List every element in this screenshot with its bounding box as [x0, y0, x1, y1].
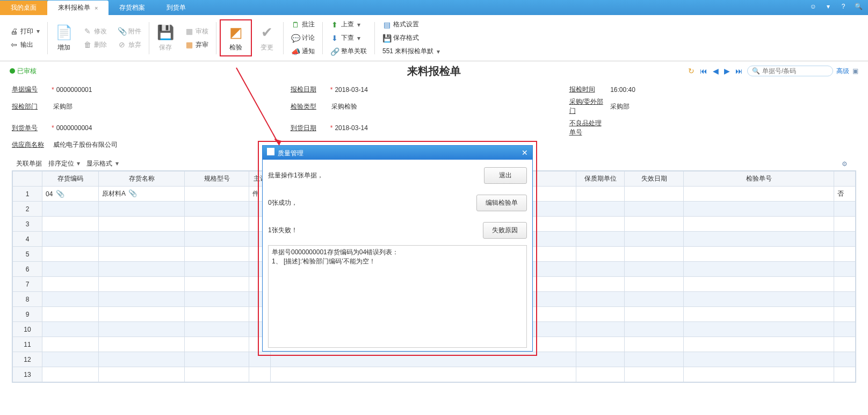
smile-icon[interactable]: ☺ — [809, 2, 818, 11]
cell[interactable] — [576, 262, 625, 277]
col-header[interactable]: 失效日期 — [625, 171, 684, 187]
cell[interactable] — [625, 292, 684, 307]
cell[interactable] — [42, 322, 99, 337]
cell[interactable] — [576, 277, 625, 292]
tab-desktop[interactable]: 我的桌面 — [0, 1, 47, 15]
cell[interactable] — [684, 292, 834, 307]
advanced-link[interactable]: 高级 — [836, 67, 849, 76]
cell[interactable] — [271, 367, 576, 382]
field-value[interactable]: 采购部 — [610, 102, 675, 111]
cell[interactable] — [625, 247, 684, 262]
cell[interactable] — [185, 187, 249, 202]
cell[interactable] — [42, 247, 99, 262]
last-icon[interactable]: ⏭ — [734, 67, 744, 75]
cell[interactable] — [42, 232, 99, 247]
sort-button[interactable]: 排序定位 ▾ — [48, 159, 80, 168]
cell[interactable] — [684, 322, 834, 337]
field-value[interactable]: 2018-03-14 — [335, 86, 399, 94]
cell[interactable] — [834, 292, 856, 307]
cell[interactable] — [834, 277, 856, 292]
cell[interactable] — [625, 202, 684, 217]
field-value[interactable]: 2018-03-14 — [335, 124, 399, 132]
error-textarea[interactable]: 单据号0000000001存货编码为04错误列表： 1、 [描述]:'检验部门编… — [268, 245, 527, 348]
field-value[interactable]: 采购部 — [53, 102, 118, 111]
cell[interactable] — [684, 262, 834, 277]
cell[interactable] — [834, 232, 856, 247]
cell[interactable] — [625, 217, 684, 232]
cell[interactable] — [625, 232, 684, 247]
change-button[interactable]: ✔ 变更 — [254, 22, 280, 54]
prev-icon[interactable]: ◀ — [712, 67, 720, 75]
cell[interactable] — [185, 352, 249, 367]
close-icon[interactable]: × — [95, 5, 98, 11]
cell[interactable] — [684, 307, 834, 322]
cell[interactable] — [576, 307, 625, 322]
tab-inventory[interactable]: 存货档案 — [108, 1, 156, 15]
cell[interactable] — [185, 202, 249, 217]
cell[interactable] — [185, 322, 249, 337]
delete-button[interactable]: 🗑删除 — [81, 39, 109, 51]
field-value[interactable]: 0000000004 — [56, 124, 121, 132]
cell[interactable] — [99, 202, 185, 217]
cell[interactable] — [99, 322, 185, 337]
cell[interactable] — [99, 277, 185, 292]
cell[interactable] — [185, 232, 249, 247]
cell[interactable] — [576, 217, 625, 232]
cell[interactable] — [185, 262, 249, 277]
cell[interactable] — [99, 337, 185, 352]
next-icon[interactable]: ▶ — [723, 67, 731, 75]
close-icon[interactable]: ✕ — [522, 148, 528, 157]
inspect-button[interactable]: ◩ 检验 — [223, 22, 249, 54]
up-query-button[interactable]: ⬆上查▾ — [328, 19, 369, 30]
cell[interactable]: 原材料A 📎 — [99, 187, 185, 202]
cell[interactable] — [834, 352, 856, 367]
cell[interactable] — [185, 307, 249, 322]
cell[interactable] — [99, 217, 185, 232]
col-header[interactable]: 检验单号 — [684, 171, 834, 187]
cell[interactable] — [684, 352, 834, 367]
cell[interactable] — [834, 322, 856, 337]
cell[interactable] — [185, 292, 249, 307]
cell[interactable] — [99, 292, 185, 307]
gear-icon[interactable]: ⚙ — [842, 160, 848, 168]
cell[interactable] — [576, 337, 625, 352]
cell[interactable] — [42, 337, 99, 352]
display-format-button[interactable]: 显示格式 ▾ — [86, 159, 118, 168]
save-button[interactable]: 💾 保存 — [153, 22, 178, 54]
cell[interactable] — [99, 367, 185, 382]
related-docs-button[interactable]: 关联单据 — [16, 159, 42, 168]
discuss-button[interactable]: 💬讨论 — [289, 32, 317, 44]
col-header[interactable]: 存货编码 — [42, 171, 99, 187]
cell[interactable] — [684, 232, 834, 247]
cell[interactable]: 否 — [834, 187, 856, 202]
cell[interactable] — [834, 262, 856, 277]
down-query-button[interactable]: ⬇下查▾ — [328, 32, 369, 44]
cell[interactable] — [99, 262, 185, 277]
modify-button[interactable]: ✎修改 — [81, 26, 109, 37]
audit-button[interactable]: ▦审核 — [183, 26, 211, 37]
cell[interactable] — [99, 307, 185, 322]
cell[interactable] — [576, 187, 625, 202]
col-header[interactable]: 保质期单位 — [576, 171, 625, 187]
cell[interactable] — [42, 277, 99, 292]
cell[interactable] — [42, 352, 99, 367]
cell[interactable] — [834, 337, 856, 352]
dropdown-icon[interactable]: ▾ — [824, 2, 833, 11]
cell[interactable] — [42, 367, 99, 382]
search-input[interactable] — [762, 67, 828, 75]
search-icon[interactable]: 🔍 — [854, 2, 863, 11]
fail-reason-button[interactable]: 失败原因 — [483, 222, 527, 239]
cell[interactable] — [185, 337, 249, 352]
search-box[interactable]: 🔍 — [747, 66, 833, 76]
help-icon[interactable]: ? — [839, 2, 848, 11]
cell[interactable] — [625, 322, 684, 337]
field-value[interactable]: 16:00:40 — [610, 86, 675, 94]
save-format-button[interactable]: 💾保存格式 — [380, 32, 442, 44]
cell[interactable] — [684, 187, 834, 202]
cell[interactable] — [625, 352, 684, 367]
cell[interactable] — [625, 307, 684, 322]
cell[interactable] — [684, 277, 834, 292]
field-value[interactable]: 威伦电子股份有限公司 — [53, 140, 118, 149]
notify-button[interactable]: 📣通知 — [289, 46, 317, 57]
add-button[interactable]: 📄 增加 — [51, 22, 77, 54]
